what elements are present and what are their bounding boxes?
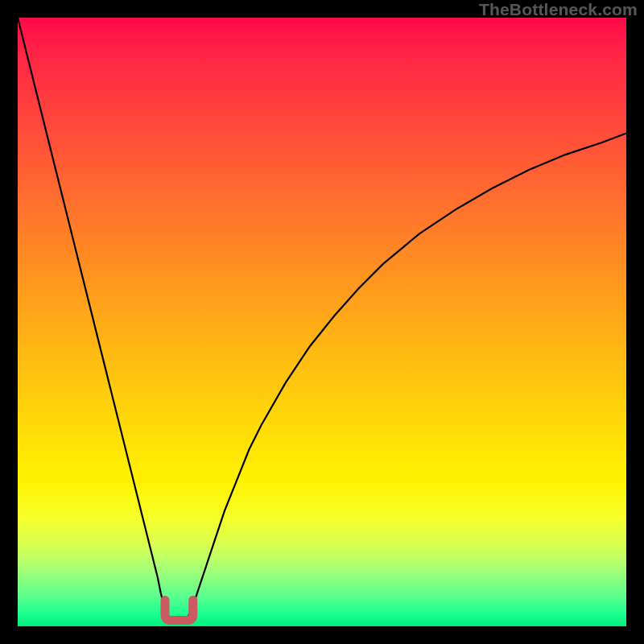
curve-svg bbox=[18, 18, 626, 626]
watermark-text: TheBottleneck.com bbox=[479, 0, 638, 19]
plot-area bbox=[18, 18, 626, 626]
chart-frame: TheBottleneck.com bbox=[0, 0, 644, 644]
bottleneck-curve bbox=[18, 18, 626, 621]
dip-marker bbox=[165, 600, 193, 620]
